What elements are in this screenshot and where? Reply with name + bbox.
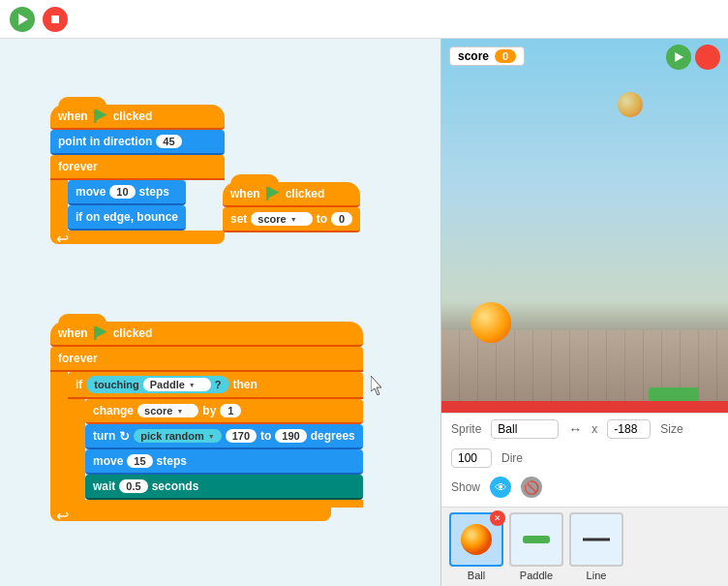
stage-background: score 0: [441, 39, 728, 413]
hat-block-1[interactable]: when clicked: [50, 105, 225, 130]
show-row: Show 👁 🚫: [441, 474, 728, 507]
x-label: x: [592, 422, 597, 436]
turn-block[interactable]: turn ↻ pick random 170 to 190: [85, 424, 363, 449]
point-direction-block[interactable]: point in direction 45: [50, 130, 225, 155]
forever-label-3[interactable]: forever: [50, 347, 363, 372]
block-group-1: when clicked point in direction 45 forev…: [50, 105, 225, 244]
ball-thumb-label: Ball: [468, 570, 485, 581]
delete-ball-btn[interactable]: ✕: [490, 510, 505, 526]
rotate-icon: ↻: [119, 429, 130, 444]
blocks-container: when clicked point in direction 45 forev…: [0, 39, 440, 586]
show-label: Show: [451, 480, 480, 494]
paddle-thumb-label: Paddle: [520, 570, 553, 581]
size-value-input[interactable]: [451, 448, 492, 468]
score-dropdown-2[interactable]: score: [137, 404, 198, 417]
sprite-thumb-paddle[interactable]: Paddle: [509, 512, 563, 581]
arrow-lr-icon: ↔: [568, 421, 582, 437]
svg-rect-5: [523, 536, 550, 543]
bounce-block[interactable]: if on edge, bounce: [68, 205, 186, 231]
main-area: when clicked point in direction 45 forev…: [0, 39, 728, 586]
clicked-label-1: clicked: [113, 109, 153, 123]
flag-icon-1: [94, 109, 107, 123]
svg-marker-3: [675, 52, 683, 62]
red-bar: [441, 401, 728, 413]
stage-green-flag[interactable]: [666, 45, 691, 70]
line-thumb-label: Line: [587, 570, 607, 581]
flag-icon-3: [94, 326, 107, 340]
point-dir-label: point in direction: [58, 135, 152, 148]
hat-block-3[interactable]: when clicked: [50, 322, 363, 347]
flag-icon-2: [266, 187, 280, 200]
ball-thumb-img: ✕: [449, 512, 503, 567]
forever-block-1: forever move 10 steps if on edge, bounce: [50, 155, 225, 244]
cursor-arrow: [371, 376, 386, 395]
move-block-1[interactable]: move 10 steps: [68, 180, 186, 205]
sprite-thumb-line[interactable]: Line: [569, 512, 623, 581]
line-thumb-img: [569, 512, 623, 567]
right-panel: score 0 Sprite ↔: [440, 39, 728, 586]
block-group-2: when clicked set score to 0: [223, 182, 360, 232]
dir-label: Dire: [501, 451, 523, 465]
show-hidden-button[interactable]: 🚫: [521, 477, 542, 498]
block-group-3: when clicked forever: [50, 322, 363, 521]
hat-block-2[interactable]: when clicked: [223, 182, 360, 207]
forever-label-1[interactable]: forever: [50, 155, 225, 180]
sprite-label: Sprite: [451, 422, 481, 436]
wait-block[interactable]: wait 0.5 seconds: [85, 475, 363, 500]
score-badge-value: 0: [495, 49, 516, 63]
pick-random-label: pick random: [134, 429, 221, 443]
score-badge: score 0: [449, 46, 525, 66]
stage-controls: [666, 45, 720, 70]
when-label: when: [58, 109, 88, 123]
svg-point-4: [461, 524, 492, 555]
svg-marker-2: [371, 376, 381, 395]
sprite-info-bar: Sprite ↔ x Size Dire: [441, 413, 728, 474]
stage-area: score 0: [441, 39, 728, 413]
change-score-block[interactable]: change score by 1: [85, 399, 363, 424]
ball-sprite-small: [618, 92, 643, 117]
paddle-sprite: [649, 387, 699, 401]
code-panel: when clicked point in direction 45 forev…: [0, 39, 440, 586]
sprite-thumb-ball[interactable]: ✕ Ball: [449, 512, 503, 581]
touching-condition[interactable]: touching Paddle ?: [86, 376, 228, 393]
if-block[interactable]: if touching Paddle ? then: [68, 372, 363, 399]
show-visible-button[interactable]: 👁: [490, 477, 511, 498]
svg-marker-0: [18, 14, 28, 25]
green-flag-button[interactable]: [10, 7, 35, 32]
set-score-block[interactable]: set score to 0: [223, 207, 360, 232]
score-set-value[interactable]: 0: [331, 212, 352, 226]
sprite-thumb-bar: ✕ Ball: [441, 507, 728, 586]
size-label: Size: [660, 422, 682, 436]
paddle-thumb-img: [509, 512, 563, 567]
score-dropdown-1[interactable]: score: [251, 212, 312, 226]
top-toolbar: [0, 0, 728, 39]
x-value-input[interactable]: [607, 419, 651, 439]
forever-block-3: forever if touching Paddle: [50, 347, 363, 521]
score-badge-label: score: [458, 49, 489, 63]
svg-rect-1: [51, 15, 59, 23]
paddle-dropdown[interactable]: Paddle: [143, 378, 211, 391]
direction-value[interactable]: 45: [156, 135, 181, 148]
stage-stop-button[interactable]: [695, 45, 720, 70]
ball-sprite: [470, 302, 511, 343]
stop-button[interactable]: [43, 7, 68, 32]
sprite-name-input[interactable]: [491, 419, 559, 439]
move-block-3[interactable]: move 15 steps: [85, 449, 363, 475]
